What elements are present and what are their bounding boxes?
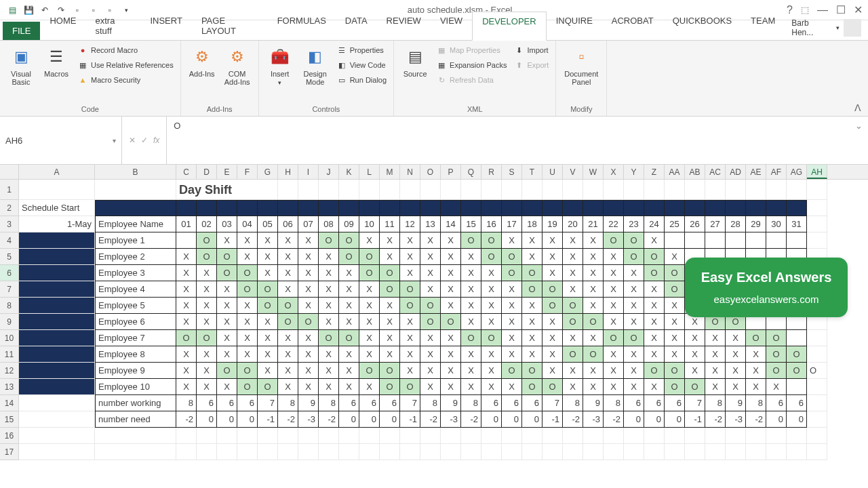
col-header-I[interactable]: I bbox=[298, 165, 319, 179]
row-header-4[interactable]: 4 bbox=[0, 232, 19, 249]
macro-security-button[interactable]: ▲Macro Security bbox=[76, 73, 175, 87]
cell[interactable] bbox=[237, 428, 258, 444]
cell[interactable] bbox=[766, 200, 787, 216]
shift-cell[interactable]: O bbox=[461, 330, 481, 346]
shift-cell[interactable]: X bbox=[278, 346, 298, 363]
shift-cell[interactable]: O bbox=[481, 232, 502, 249]
number-working-cell[interactable]: 9 bbox=[726, 395, 746, 411]
cell[interactable] bbox=[481, 200, 502, 216]
shift-cell[interactable]: X bbox=[542, 346, 563, 363]
col-header-AD[interactable]: AD bbox=[726, 165, 746, 179]
day-header[interactable]: 25 bbox=[665, 216, 685, 232]
shift-cell[interactable]: O bbox=[766, 346, 787, 363]
tab-review[interactable]: REVIEW bbox=[377, 12, 431, 40]
cell[interactable] bbox=[542, 180, 563, 200]
shift-cell[interactable]: X bbox=[461, 249, 481, 265]
day-header[interactable]: 11 bbox=[380, 216, 400, 232]
col-header-AA[interactable]: AA bbox=[665, 165, 685, 179]
shift-cell[interactable]: X bbox=[319, 346, 339, 363]
shift-cell[interactable]: X bbox=[339, 265, 359, 281]
cell[interactable] bbox=[197, 428, 217, 444]
shift-cell[interactable]: O bbox=[665, 379, 685, 395]
shift-cell[interactable]: X bbox=[624, 379, 644, 395]
shift-cell[interactable]: X bbox=[319, 363, 339, 379]
schedule-start-label[interactable]: Schedule Start bbox=[19, 200, 95, 216]
help-icon[interactable]: ? bbox=[787, 4, 793, 16]
shift-cell[interactable]: X bbox=[522, 298, 542, 314]
shift-cell[interactable]: X bbox=[624, 314, 644, 330]
shift-cell[interactable]: O bbox=[298, 314, 319, 330]
shift-cell[interactable]: X bbox=[420, 249, 441, 265]
shift-cell[interactable]: X bbox=[502, 314, 522, 330]
expansion-packs-button[interactable]: ▦Expansion Packs bbox=[435, 58, 508, 72]
shift-cell[interactable]: O bbox=[380, 281, 400, 298]
schedule-start-value[interactable]: 1-May bbox=[19, 216, 95, 232]
shift-cell[interactable]: X bbox=[481, 298, 502, 314]
cell[interactable] bbox=[400, 180, 420, 200]
cell[interactable] bbox=[644, 180, 665, 200]
shift-cell[interactable]: X bbox=[380, 298, 400, 314]
day-header[interactable]: 30 bbox=[766, 216, 787, 232]
cell[interactable] bbox=[441, 200, 461, 216]
shift-cell[interactable]: O bbox=[197, 232, 217, 249]
shift-cell[interactable]: O bbox=[787, 346, 807, 363]
shift-cell[interactable]: X bbox=[319, 249, 339, 265]
cell[interactable] bbox=[502, 428, 522, 444]
cancel-icon[interactable]: ✕ bbox=[129, 136, 136, 145]
shift-cell[interactable]: O bbox=[665, 265, 685, 281]
shift-cell[interactable]: X bbox=[583, 249, 604, 265]
shift-cell[interactable]: X bbox=[319, 265, 339, 281]
cell[interactable] bbox=[563, 444, 583, 460]
shift-cell[interactable]: O bbox=[258, 298, 278, 314]
col-header-F[interactable]: F bbox=[237, 165, 258, 179]
cell[interactable]: O bbox=[807, 363, 827, 379]
tab-file[interactable]: FILE bbox=[3, 22, 40, 40]
cell[interactable] bbox=[278, 444, 298, 460]
shift-cell[interactable]: X bbox=[197, 298, 217, 314]
number-need-cell[interactable]: 0 bbox=[339, 411, 359, 428]
shift-cell[interactable]: X bbox=[481, 379, 502, 395]
cell[interactable] bbox=[542, 200, 563, 216]
shift-cell[interactable]: X bbox=[237, 330, 258, 346]
employee-name[interactable]: Employee 2 bbox=[95, 249, 176, 265]
day-header[interactable]: 07 bbox=[298, 216, 319, 232]
shift-cell[interactable]: X bbox=[217, 330, 237, 346]
cell[interactable] bbox=[481, 428, 502, 444]
col-header-B[interactable]: B bbox=[95, 165, 176, 179]
shift-cell[interactable]: X bbox=[278, 363, 298, 379]
shift-cell[interactable]: X bbox=[400, 330, 420, 346]
number-working-cell[interactable]: 6 bbox=[197, 395, 217, 411]
shift-cell[interactable]: X bbox=[563, 281, 583, 298]
shift-cell[interactable]: X bbox=[583, 232, 604, 249]
shift-cell[interactable]: X bbox=[461, 379, 481, 395]
cell[interactable] bbox=[746, 200, 766, 216]
shift-cell[interactable]: X bbox=[502, 232, 522, 249]
shift-cell[interactable]: O bbox=[624, 249, 644, 265]
day-header[interactable]: 02 bbox=[197, 216, 217, 232]
shift-cell[interactable]: X bbox=[624, 363, 644, 379]
col-header-S[interactable]: S bbox=[502, 165, 522, 179]
view-code-button[interactable]: ◧View Code bbox=[335, 58, 388, 72]
cell[interactable] bbox=[278, 200, 298, 216]
row-header-15[interactable]: 15 bbox=[0, 411, 19, 428]
shift-cell[interactable] bbox=[705, 232, 726, 249]
row-header-9[interactable]: 9 bbox=[0, 314, 19, 330]
shift-cell[interactable]: X bbox=[298, 363, 319, 379]
cell[interactable] bbox=[787, 180, 807, 200]
shift-cell[interactable]: X bbox=[604, 249, 624, 265]
shift-cell[interactable]: O bbox=[278, 314, 298, 330]
shift-cell[interactable]: O bbox=[481, 249, 502, 265]
shift-cell[interactable]: X bbox=[481, 281, 502, 298]
tab-data[interactable]: DATA bbox=[336, 12, 377, 40]
day-header[interactable]: 14 bbox=[441, 216, 461, 232]
number-need-cell[interactable]: 0 bbox=[237, 411, 258, 428]
cell[interactable] bbox=[258, 428, 278, 444]
shift-cell[interactable]: X bbox=[604, 314, 624, 330]
cell[interactable] bbox=[766, 428, 787, 444]
shift-cell[interactable]: X bbox=[278, 232, 298, 249]
shift-cell[interactable]: X bbox=[563, 330, 583, 346]
record-macro-button[interactable]: ●Record Macro bbox=[76, 43, 175, 57]
shift-cell[interactable]: X bbox=[604, 281, 624, 298]
cell[interactable] bbox=[726, 444, 746, 460]
cell[interactable] bbox=[807, 180, 827, 200]
